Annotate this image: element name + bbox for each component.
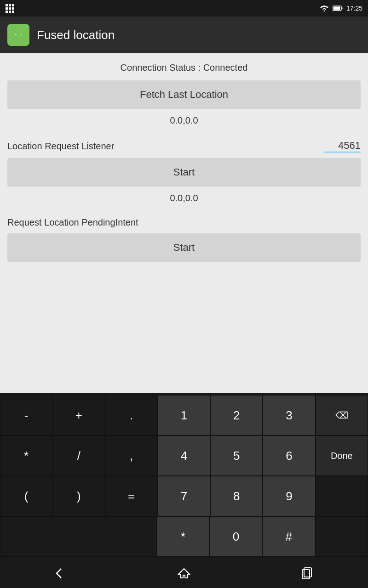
key-asterisk[interactable]: * xyxy=(157,516,210,557)
svg-rect-3 xyxy=(341,7,342,9)
key-2[interactable]: 2 xyxy=(210,395,263,435)
app-bar: Fused location xyxy=(0,17,368,53)
key-8[interactable]: 8 xyxy=(210,476,263,516)
battery-icon xyxy=(333,6,343,11)
keyboard-row-2: * / , 4 5 6 Done xyxy=(0,435,368,476)
fetch-last-location-button[interactable]: Fetch Last Location xyxy=(7,80,361,109)
key-open-paren[interactable]: ( xyxy=(0,476,52,516)
pending-intent-label: Request Location PendingIntent xyxy=(7,217,361,228)
key-plus[interactable]: + xyxy=(52,395,105,435)
nav-recent-button[interactable] xyxy=(289,563,324,583)
key-empty-l4 xyxy=(0,516,157,557)
app-title: Fused location xyxy=(37,28,115,42)
listener-section-row: Location Request Listener xyxy=(7,140,361,153)
svg-marker-14 xyxy=(178,569,190,578)
key-7[interactable]: 7 xyxy=(158,476,210,516)
keyboard-row-4: * 0 # xyxy=(0,516,368,557)
key-4[interactable]: 4 xyxy=(158,435,210,476)
main-content: Connection Status : Connected Fetch Last… xyxy=(0,53,368,393)
key-6[interactable]: 6 xyxy=(263,435,315,476)
key-1[interactable]: 1 xyxy=(158,395,210,435)
key-9[interactable]: 9 xyxy=(263,476,315,516)
key-close-paren[interactable]: ) xyxy=(52,476,105,516)
key-empty-r4 xyxy=(315,516,368,557)
key-asterisk-op[interactable]: * xyxy=(0,435,52,476)
grid-icon xyxy=(6,4,14,13)
svg-rect-13 xyxy=(17,38,20,41)
status-bar-left xyxy=(6,4,14,13)
nav-bar xyxy=(0,559,368,588)
listener-label: Location Request Listener xyxy=(7,141,114,152)
key-0[interactable]: 0 xyxy=(209,516,262,557)
keyboard-row-3: ( ) = 7 8 9 xyxy=(0,476,368,516)
key-empty-r3 xyxy=(316,476,368,516)
key-equals[interactable]: = xyxy=(105,476,158,516)
svg-point-8 xyxy=(14,29,23,35)
keyboard: - + . 1 2 3 ⌫ * / , 4 5 6 Done ( ) = 7 8… xyxy=(0,393,368,559)
fetched-location-value: 0.0,0.0 xyxy=(7,109,361,140)
key-hash[interactable]: # xyxy=(262,516,315,557)
connection-status: Connection Status : Connected xyxy=(7,62,361,73)
key-5[interactable]: 5 xyxy=(210,435,263,476)
app-icon xyxy=(7,24,29,46)
interval-input[interactable] xyxy=(324,140,361,153)
key-slash[interactable]: / xyxy=(52,435,105,476)
start-listener-button[interactable]: Start xyxy=(7,158,361,187)
key-done[interactable]: Done xyxy=(316,435,368,476)
svg-point-0 xyxy=(323,11,325,12)
nav-home-button[interactable] xyxy=(167,563,201,583)
svg-rect-2 xyxy=(333,7,340,10)
key-3[interactable]: 3 xyxy=(263,395,315,435)
listener-location-value: 0.0,0.0 xyxy=(7,187,361,217)
key-minus[interactable]: - xyxy=(0,395,52,435)
key-backspace[interactable]: ⌫ xyxy=(316,395,368,435)
status-bar: 17:25 xyxy=(0,0,368,17)
status-bar-right: 17:25 xyxy=(320,5,362,12)
svg-rect-12 xyxy=(22,36,23,40)
key-comma[interactable]: , xyxy=(105,435,158,476)
svg-line-10 xyxy=(21,28,23,29)
start-pending-intent-button[interactable]: Start xyxy=(7,233,361,262)
clock: 17:25 xyxy=(346,5,362,12)
key-dot[interactable]: . xyxy=(105,395,158,435)
keyboard-row-1: - + . 1 2 3 ⌫ xyxy=(0,395,368,435)
svg-line-9 xyxy=(14,28,16,29)
svg-rect-11 xyxy=(13,36,15,40)
nav-back-button[interactable] xyxy=(44,563,79,583)
wifi-icon xyxy=(320,5,329,11)
